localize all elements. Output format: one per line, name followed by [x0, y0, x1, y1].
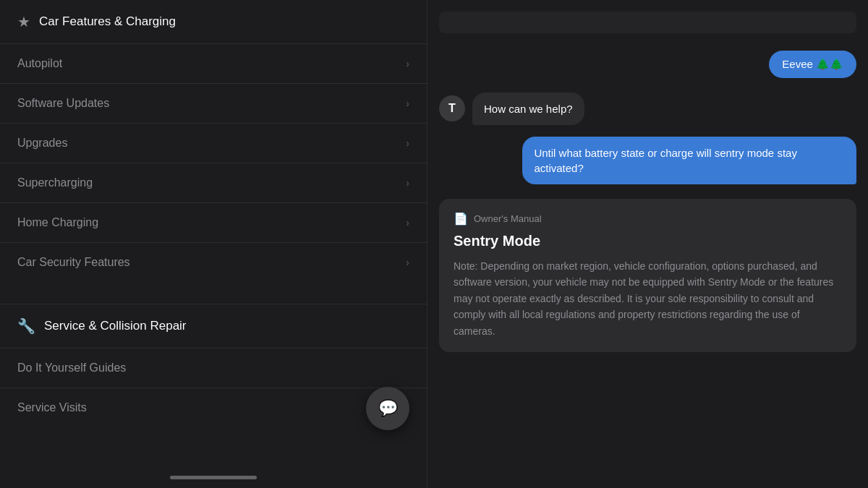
chevron-icon: › — [406, 98, 409, 109]
section-divider — [0, 282, 427, 304]
menu-section: ★ Car Features & Charging Autopilot › So… — [0, 0, 427, 488]
result-card-header: 📄 Owner's Manual — [454, 212, 842, 226]
wrench-icon: 🔧 — [17, 317, 35, 335]
user-message-battery: Until what battery state or charge will … — [439, 137, 856, 184]
menu-item-autopilot[interactable]: Autopilot › — [0, 43, 427, 83]
chevron-icon: › — [406, 137, 409, 149]
menu-item-diy-guides[interactable]: Do It Yourself Guides — [0, 348, 427, 388]
bot-message-help: T How can we help? — [439, 93, 856, 125]
bot-bubble-help: How can we help? — [472, 93, 584, 125]
chevron-icon: › — [406, 217, 409, 228]
tesla-logo-icon: T — [448, 102, 456, 115]
right-panel: Eevee 🌲🌲 T How can we help? Until what b… — [427, 0, 868, 488]
chevron-icon: › — [406, 177, 409, 189]
tesla-avatar: T — [439, 95, 465, 121]
left-panel: ★ Car Features & Charging Autopilot › So… — [0, 0, 427, 488]
bottom-home-indicator — [170, 476, 257, 479]
chevron-icon: › — [406, 58, 409, 69]
result-source-label: Owner's Manual — [474, 213, 542, 224]
service-section-header: 🔧 Service & Collision Repair — [0, 304, 427, 348]
menu-item-upgrades[interactable]: Upgrades › — [0, 123, 427, 163]
chat-fab-button[interactable]: 💬 — [366, 387, 409, 430]
result-title: Sentry Mode — [454, 233, 842, 249]
menu-item-car-security[interactable]: Car Security Features › — [0, 242, 427, 282]
chat-messages-container: Eevee 🌲🌲 T How can we help? Until what b… — [427, 0, 868, 488]
menu-item-home-charging[interactable]: Home Charging › — [0, 202, 427, 242]
menu-item-software-updates[interactable]: Software Updates › — [0, 83, 427, 123]
star-icon: ★ — [17, 13, 30, 30]
result-card-sentry: 📄 Owner's Manual Sentry Mode Note: Depen… — [439, 199, 856, 352]
service-section-title: Service & Collision Repair — [44, 319, 187, 333]
user-name-message: Eevee 🌲🌲 — [439, 51, 856, 81]
car-features-title: Car Features & Charging — [39, 14, 176, 29]
top-partial-bar — [439, 12, 856, 33]
chevron-icon: › — [406, 257, 409, 268]
chat-fab-icon: 💬 — [378, 399, 398, 418]
menu-item-service-visits[interactable]: Service Visits › — [0, 388, 427, 427]
menu-item-supercharging[interactable]: Supercharging › — [0, 163, 427, 202]
user-bubble-battery: Until what battery state or charge will … — [522, 137, 856, 184]
user-name-bubble: Eevee 🌲🌲 — [769, 51, 856, 78]
result-body: Note: Depending on market region, vehicl… — [454, 258, 842, 339]
document-icon: 📄 — [454, 212, 468, 226]
car-features-section-header: ★ Car Features & Charging — [0, 0, 427, 43]
